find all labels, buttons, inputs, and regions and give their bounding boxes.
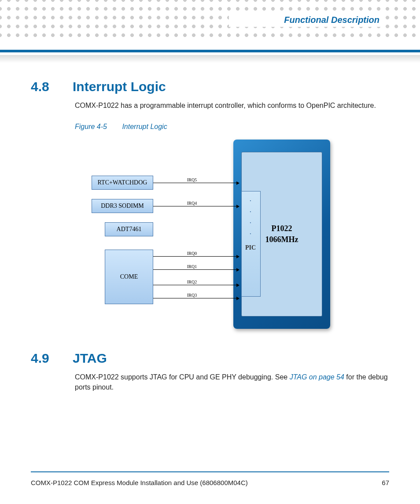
pic-label: PIC xyxy=(245,244,256,251)
block-rtc: RTC+WATCHDOG xyxy=(92,176,153,190)
block-ddr: DDR3 SODIMM xyxy=(92,199,153,213)
wire-irq0 xyxy=(153,256,239,257)
pic-dot: • xyxy=(250,210,252,212)
wire-irq4 xyxy=(153,206,239,206)
interrupt-logic-diagram: P1022 1066MHz • • • • PIC RTC+WATCHDOG D… xyxy=(88,135,343,333)
figure-caption: Figure 4-5 Interrupt Logic xyxy=(75,123,389,131)
body-pre: COMX-P1022 supports JTAG for CPU and GE … xyxy=(75,373,290,381)
pic-dot: • xyxy=(250,221,252,223)
wire-irq2 xyxy=(153,285,239,285)
block-come: COME xyxy=(105,250,153,304)
footer-rule xyxy=(31,471,389,472)
section-body-4-9: COMX-P1022 supports JTAG for CPU and GE … xyxy=(75,372,389,392)
section-number: 4.9 xyxy=(31,351,57,366)
block-adt: ADT7461 xyxy=(105,222,153,236)
section-heading-4-8: 4.8 Interrupt Logic xyxy=(31,79,389,94)
footer-doc-title: COMX-P1022 COM Express Module Installati… xyxy=(31,479,248,486)
cpu-label-1: P1022 xyxy=(272,224,292,234)
pic-dot: • xyxy=(250,232,252,234)
chapter-title: Functional Description xyxy=(229,13,383,27)
wire-irq5 xyxy=(153,183,239,183)
pic-block: • • • • PIC xyxy=(241,191,261,297)
pic-dot: • xyxy=(250,199,252,201)
header-rule-gray xyxy=(0,55,420,63)
section-number: 4.8 xyxy=(31,79,57,94)
jtag-link[interactable]: JTAG on page 54 xyxy=(290,373,344,381)
cpu-chip: P1022 1066MHz • • • • PIC xyxy=(233,140,330,329)
label-irq5: IRQ5 xyxy=(187,177,197,182)
page-content: 4.8 Interrupt Logic COMX-P1022 has a pro… xyxy=(31,79,389,393)
page-footer: COMX-P1022 COM Express Module Installati… xyxy=(31,479,389,486)
cpu-label-2: 1066MHz xyxy=(265,235,298,245)
section-body-4-8: COMX-P1022 has a programmable interrupt … xyxy=(75,100,389,110)
figure-label: Figure 4-5 xyxy=(75,123,107,130)
label-irq3: IRQ3 xyxy=(187,293,197,298)
section-title: Interrupt Logic xyxy=(73,79,166,94)
footer-page-number: 67 xyxy=(382,479,389,486)
label-irq2: IRQ2 xyxy=(187,280,197,284)
label-irq0: IRQ0 xyxy=(187,251,197,256)
section-title: JTAG xyxy=(73,351,107,366)
section-heading-4-9: 4.9 JTAG xyxy=(31,351,389,366)
cpu-body: P1022 1066MHz • • • • PIC xyxy=(241,152,322,316)
wire-irq3 xyxy=(153,298,239,298)
wire-irq1 xyxy=(153,269,239,270)
header-rule-blue xyxy=(0,50,420,52)
label-irq4: IRQ4 xyxy=(187,201,197,206)
label-irq1: IRQ1 xyxy=(187,264,197,269)
figure-title: Interrupt Logic xyxy=(122,123,167,130)
